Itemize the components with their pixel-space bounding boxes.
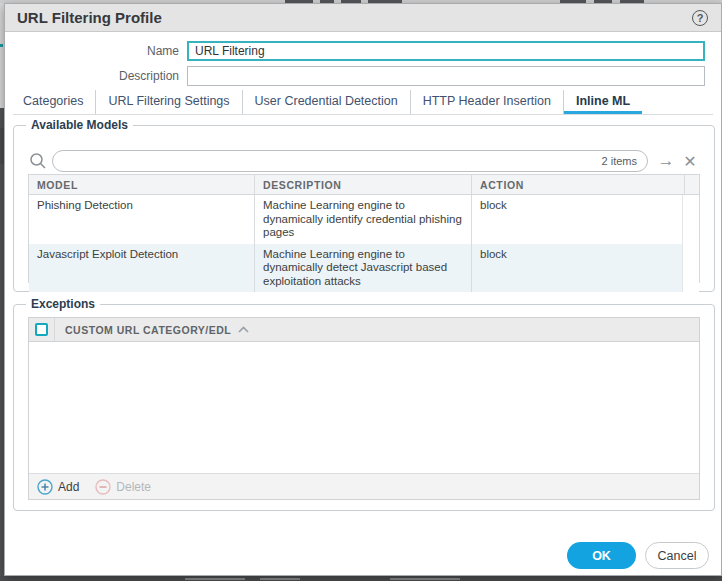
column-header-custom-url-category-edl[interactable]: CUSTOM URL CATEGORY/EDL (55, 318, 699, 341)
models-search-row: 2 items → ✕ (28, 149, 700, 173)
name-row: Name (5, 41, 705, 61)
scrollbar-gutter (682, 195, 699, 244)
exceptions-table-footer: Add Delete (29, 473, 699, 499)
select-all-checkbox[interactable] (35, 323, 48, 336)
scrollbar-gutter (682, 244, 699, 293)
select-all-cell (29, 318, 55, 341)
minus-circle-icon (95, 479, 111, 495)
exceptions-section: Exceptions CUSTOM URL CATEGORY/EDL (13, 304, 715, 511)
help-icon[interactable]: ? (692, 10, 708, 26)
search-input[interactable]: 2 items (52, 150, 648, 172)
add-button-label: Add (58, 480, 79, 494)
column-header-action[interactable]: ACTION (472, 175, 685, 194)
models-table: MODEL DESCRIPTION ACTION Phishing Detect… (28, 174, 700, 283)
tab-user-credential-detection[interactable]: User Credential Detection (243, 90, 411, 114)
tab-inline-ml[interactable]: Inline ML (564, 90, 642, 114)
sort-ascending-icon (238, 326, 249, 333)
tab-http-header-insertion[interactable]: HTTP Header Insertion (411, 90, 564, 114)
available-models-legend: Available Models (26, 118, 133, 132)
cancel-button[interactable]: Cancel (645, 542, 709, 569)
exceptions-legend: Exceptions (26, 297, 100, 311)
model-cell: Phishing Detection (29, 195, 255, 244)
delete-button-label: Delete (116, 480, 151, 494)
clear-filter-icon[interactable]: ✕ (680, 151, 700, 171)
search-icon (28, 151, 48, 171)
description-row: Description (5, 66, 705, 86)
available-models-section: Available Models 2 items → ✕ MODEL DESCR… (13, 125, 715, 292)
description-cell: Machine Learning engine to dynamically d… (255, 244, 472, 293)
exceptions-table-header: CUSTOM URL CATEGORY/EDL (29, 318, 699, 342)
model-cell: Javascript Exploit Detection (29, 244, 255, 293)
exceptions-table-body (29, 342, 699, 473)
exceptions-table: CUSTOM URL CATEGORY/EDL Add (28, 317, 700, 500)
background-accent-mark (0, 44, 3, 47)
dialog-title: URL Filtering Profile (17, 9, 162, 26)
tabs-divider (13, 114, 713, 115)
description-field[interactable] (187, 66, 705, 86)
name-label: Name (5, 44, 187, 58)
url-filtering-profile-dialog: URL Filtering Profile ? Name Description… (4, 3, 722, 576)
tab-categories[interactable]: Categories (11, 90, 96, 114)
column-header-description[interactable]: DESCRIPTION (255, 175, 472, 194)
table-row-phishing-detection[interactable]: Phishing Detection Machine Learning engi… (29, 195, 699, 244)
item-count-badge: 2 items (602, 155, 637, 167)
description-label: Description (5, 69, 187, 83)
column-header-label: CUSTOM URL CATEGORY/EDL (65, 324, 231, 336)
models-table-header: MODEL DESCRIPTION ACTION (29, 175, 699, 195)
add-button[interactable]: Add (37, 479, 79, 495)
tab-bar: Categories URL Filtering Settings User C… (11, 90, 642, 114)
ok-button[interactable]: OK (567, 542, 636, 569)
apply-filter-arrow-icon[interactable]: → (656, 151, 676, 171)
plus-circle-icon (37, 479, 53, 495)
scrollbar-gutter (685, 175, 699, 194)
name-field[interactable] (187, 41, 705, 61)
column-header-model[interactable]: MODEL (29, 175, 255, 194)
dialog-titlebar: URL Filtering Profile ? (5, 4, 721, 32)
action-cell: block (472, 244, 683, 293)
delete-button[interactable]: Delete (95, 479, 151, 495)
background-bottom-strip (0, 576, 722, 581)
description-cell: Machine Learning engine to dynamically i… (255, 195, 472, 244)
tab-url-filtering-settings[interactable]: URL Filtering Settings (96, 90, 242, 114)
table-row-javascript-exploit-detection[interactable]: Javascript Exploit Detection Machine Lea… (29, 244, 699, 293)
action-cell: block (472, 195, 683, 244)
